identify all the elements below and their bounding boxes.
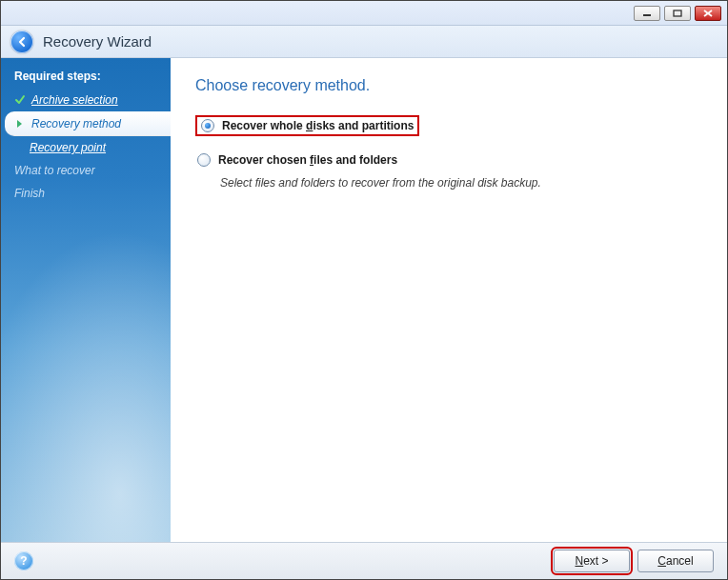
sidebar: Required steps: Archive selection Recove…: [1, 58, 171, 542]
minimize-icon: [642, 10, 652, 17]
step-label: Recovery point: [30, 141, 106, 154]
button-label: Cancel: [657, 554, 693, 568]
step-label: What to recover: [14, 164, 95, 177]
step-label: Recovery method: [31, 117, 121, 130]
step-label: Archive selection: [31, 93, 118, 107]
main-area: Required steps: Archive selection Recove…: [1, 58, 727, 542]
content-title: Choose recovery method.: [195, 77, 702, 94]
maximize-button[interactable]: [664, 6, 691, 21]
arrow-left-icon: [15, 35, 29, 49]
button-label: Next >: [575, 554, 608, 568]
step-archive-selection[interactable]: Archive selection: [1, 89, 171, 111]
step-finish: Finish: [1, 182, 171, 205]
wizard-footer: ? Next > Cancel: [1, 542, 727, 579]
help-icon: ?: [20, 554, 27, 568]
step-recovery-method[interactable]: Recovery method: [5, 111, 171, 136]
step-recovery-point[interactable]: Recovery point: [1, 136, 171, 159]
maximize-icon: [673, 10, 682, 17]
close-icon: [703, 10, 713, 17]
close-button[interactable]: [695, 6, 721, 21]
help-button[interactable]: ?: [14, 551, 33, 570]
option-description: Select files and folders to recover from…: [220, 176, 702, 190]
wizard-header: Recovery Wizard: [1, 26, 727, 58]
step-label: Finish: [14, 187, 45, 200]
option-label: Recover whole disks and partitions: [222, 119, 414, 132]
sidebar-heading: Required steps:: [1, 66, 171, 89]
window-titlebar: [1, 1, 727, 26]
svg-rect-1: [674, 10, 681, 16]
option-recover-disks[interactable]: Recover whole disks and partitions: [195, 115, 419, 136]
back-button[interactable]: [10, 30, 33, 53]
step-what-to-recover: What to recover: [1, 159, 171, 182]
content-pane: Choose recovery method. Recover whole di…: [171, 58, 727, 542]
next-button[interactable]: Next >: [554, 550, 630, 572]
cancel-button[interactable]: Cancel: [637, 550, 714, 572]
option-label: Recover chosen files and folders: [218, 153, 397, 167]
arrow-right-icon: [14, 118, 26, 130]
check-icon: [14, 94, 26, 106]
minimize-button[interactable]: [634, 6, 660, 21]
wizard-title: Recovery Wizard: [43, 33, 152, 50]
radio-icon: [197, 153, 211, 167]
radio-icon: [201, 119, 214, 132]
option-recover-files[interactable]: Recover chosen files and folders: [195, 150, 702, 170]
